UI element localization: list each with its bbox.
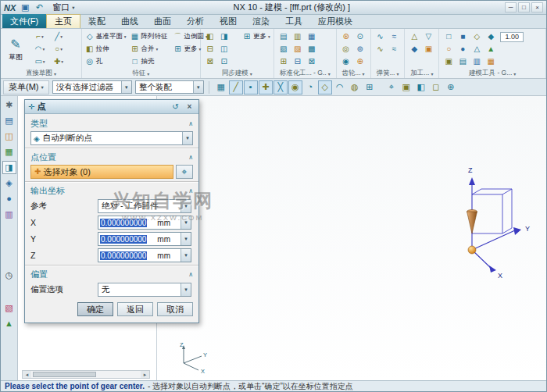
preview-point[interactable]: [468, 246, 476, 254]
web-browser-icon[interactable]: ●: [2, 192, 16, 205]
modeling-tool-icon[interactable]: ◆: [484, 30, 498, 43]
part-navigator-icon[interactable]: ▦: [2, 145, 16, 159]
gear-tool-icon[interactable]: ⊛: [339, 30, 353, 43]
minimize-button[interactable]: ─: [505, 2, 517, 12]
gc-toolbox-icon[interactable]: ▤: [277, 30, 291, 43]
arc-icon[interactable]: ◠ ▾: [30, 43, 49, 55]
control-point-snap-icon[interactable]: ✚: [259, 80, 273, 94]
modeling-tool-icon[interactable]: ▤: [456, 55, 470, 68]
tab-application-modules[interactable]: 应用模块: [310, 14, 360, 28]
x-axis-line[interactable]: [472, 250, 492, 269]
offset-region-icon[interactable]: ⊟: [203, 43, 217, 55]
selection-scope-dropdown[interactable]: 整个装配 ▾: [135, 80, 204, 94]
replace-face-icon[interactable]: ◫: [217, 43, 231, 55]
gear-tool-icon[interactable]: ⊚: [353, 43, 367, 55]
window-menu-button[interactable]: 窗口 ▾: [48, 2, 78, 14]
fit-view-icon[interactable]: ⊕: [444, 80, 458, 94]
x-coordinate-field[interactable]: 0.000000000 mm ▾: [98, 216, 191, 230]
group-label-direct-sketch[interactable]: 直接草图 ▾: [1, 69, 81, 78]
history-icon[interactable]: ◷: [2, 269, 16, 282]
dialog-title-bar[interactable]: ✛ 点 ↺ ×: [25, 100, 198, 114]
tab-curve[interactable]: 曲线: [113, 14, 146, 28]
machining-tool-icon[interactable]: ▣: [421, 43, 435, 55]
offset-option-dropdown[interactable]: 无 ▾: [98, 283, 191, 297]
group-label-machining[interactable]: 加工... ▾: [405, 69, 438, 78]
assembly-navigator-icon[interactable]: ▤: [2, 114, 16, 127]
circle-icon[interactable]: ○ ▾: [49, 43, 68, 55]
endpoint-snap-icon[interactable]: ╱: [229, 80, 243, 94]
extrude-button[interactable]: ◧ 拉伸: [84, 43, 127, 55]
y-coordinate-field[interactable]: 0.000000000 mm ▾: [98, 232, 191, 246]
reference-dropdown[interactable]: 绝对 - 工作部件 ▾: [98, 199, 191, 213]
point-on-curve-snap-icon[interactable]: ◠: [333, 80, 347, 94]
gc-toolbox-icon[interactable]: ⊠: [305, 55, 319, 68]
shaded-view-icon[interactable]: ◧: [414, 80, 428, 94]
wireframe-view-icon[interactable]: ◻: [429, 80, 443, 94]
sync-more-button[interactable]: ⊞ 更多 ▾: [241, 30, 271, 42]
scroll-right-arrow[interactable]: ▸: [141, 371, 149, 378]
modeling-tool-icon[interactable]: ◇: [470, 30, 484, 43]
ok-button[interactable]: 确定: [77, 302, 113, 316]
tab-file[interactable]: 文件(F): [2, 14, 46, 28]
scrollbar-thumb[interactable]: [33, 372, 96, 377]
modeling-tool-icon[interactable]: ●: [456, 43, 470, 55]
machining-tool-icon[interactable]: △: [407, 30, 421, 43]
modeling-tool-icon[interactable]: ▲: [484, 43, 498, 55]
scale-input[interactable]: 1.00: [500, 32, 524, 42]
collapse-icon[interactable]: ∧: [188, 154, 193, 161]
machining-tool-icon[interactable]: ▽: [421, 30, 435, 43]
selection-filter-dropdown[interactable]: 没有选择过滤器 ▾: [52, 80, 132, 94]
restore-button[interactable]: □: [518, 2, 530, 12]
resize-blend-icon[interactable]: ⊡: [217, 55, 231, 68]
gc-toolbox-icon[interactable]: ▩: [305, 43, 319, 55]
back-button[interactable]: 返回: [117, 302, 153, 316]
existing-point-snap-icon[interactable]: ◇: [318, 80, 332, 94]
pattern-feature-button[interactable]: ▦ 阵列特征: [130, 30, 170, 42]
group-label-modeling-tools[interactable]: 建模工具 - G... ▾: [439, 69, 545, 78]
rectangle-icon[interactable]: ▭ ▾: [30, 55, 49, 68]
machining-tool-icon[interactable]: ◆: [407, 43, 421, 55]
gear-tool-icon[interactable]: ◎: [339, 43, 353, 55]
modeling-tool-icon[interactable]: △: [470, 43, 484, 55]
tab-render[interactable]: 渲染: [245, 14, 277, 28]
spring-tool-icon[interactable]: ≈: [388, 30, 402, 43]
modeling-tool-icon[interactable]: □: [442, 30, 456, 43]
gear-tool-icon[interactable]: ⊙: [353, 30, 367, 43]
cancel-button[interactable]: 取消: [157, 302, 193, 316]
spring-tool-icon[interactable]: ∿: [374, 43, 388, 55]
unite-button[interactable]: ⊞ 合并 ▾: [130, 43, 170, 55]
modeling-tool-icon[interactable]: ▥: [470, 55, 484, 68]
reuse-library-icon[interactable]: ◨: [2, 161, 16, 174]
modeling-tool-icon[interactable]: ■: [456, 30, 470, 43]
gear-tool-icon[interactable]: ⊕: [353, 55, 367, 68]
view-orientation-triad[interactable]: Z Y X: [172, 340, 209, 374]
arc-center-snap-icon[interactable]: ◉: [288, 80, 302, 94]
group-label-synchronous-modeling[interactable]: 同步建模 ▾: [201, 69, 274, 78]
snap-point-options-icon[interactable]: ▦: [214, 80, 228, 94]
tab-surface[interactable]: 曲面: [146, 14, 179, 28]
move-face-icon[interactable]: ◧: [203, 30, 217, 43]
roles-icon[interactable]: ▧: [2, 301, 16, 315]
collapse-icon[interactable]: ∧: [188, 120, 193, 127]
menu-button[interactable]: 菜单(M) ▾: [3, 80, 49, 94]
sketch-point-icon[interactable]: ✚ ▾: [49, 55, 68, 68]
constraint-navigator-icon[interactable]: ◫: [2, 130, 16, 143]
collapse-icon[interactable]: ∧: [188, 271, 193, 278]
section-header-point-location[interactable]: 点位置 ∧: [30, 151, 193, 163]
group-label-gear[interactable]: 齿轮... ▾: [337, 69, 370, 78]
point-on-surface-snap-icon[interactable]: ◍: [348, 80, 362, 94]
midpoint-snap-icon[interactable]: ▪: [244, 80, 258, 94]
gc-toolbox-icon[interactable]: ▧: [277, 43, 291, 55]
datum-csys[interactable]: Z Y X: [417, 162, 547, 285]
horizontal-scrollbar[interactable]: ◂ ▸: [22, 370, 150, 379]
close-button[interactable]: ×: [531, 2, 543, 12]
sketch-button[interactable]: ✎ 草图: [3, 30, 28, 69]
scrollbar-track[interactable]: [31, 371, 141, 378]
modeling-tool-icon[interactable]: ▣: [442, 55, 456, 68]
tab-tools[interactable]: 工具: [277, 14, 310, 28]
tab-view[interactable]: 视图: [212, 14, 245, 28]
dialog-settings-icon[interactable]: ✱: [2, 98, 16, 112]
dialog-close-button[interactable]: ×: [184, 102, 195, 112]
hole-button[interactable]: ◎ 孔: [84, 55, 127, 67]
gc-toolbox-icon[interactable]: ⊟: [291, 55, 305, 68]
